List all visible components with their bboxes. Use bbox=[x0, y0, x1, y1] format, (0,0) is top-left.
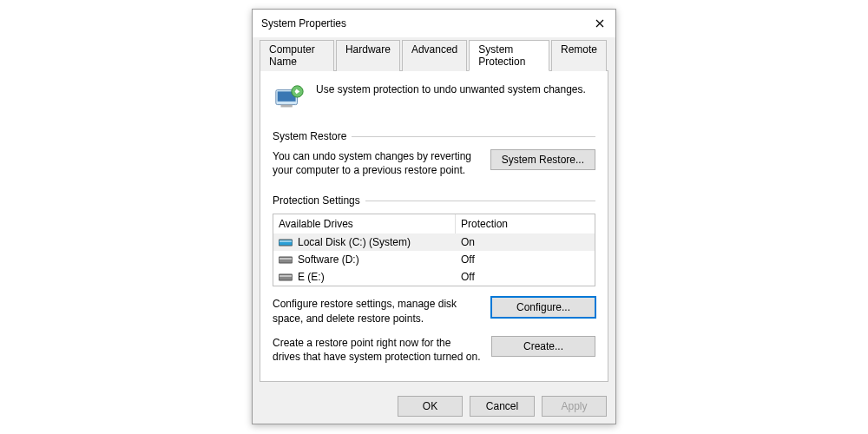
tab-system-protection[interactable]: System Protection bbox=[469, 40, 549, 71]
drive-label: Software (D:) bbox=[298, 253, 359, 266]
system-properties-dialog: System Properties Computer Name Hardware… bbox=[252, 9, 616, 424]
tab-advanced[interactable]: Advanced bbox=[402, 40, 467, 71]
tab-remote[interactable]: Remote bbox=[551, 40, 607, 71]
svg-rect-7 bbox=[279, 258, 292, 260]
create-row: Create a restore point right now for the… bbox=[273, 336, 595, 364]
configure-desc: Configure restore settings, manage disk … bbox=[273, 297, 481, 325]
intro-row: Use system protection to undo unwanted s… bbox=[273, 82, 595, 115]
apply-button[interactable]: Apply bbox=[542, 396, 607, 417]
system-protection-icon bbox=[273, 82, 306, 115]
ok-button[interactable]: OK bbox=[398, 396, 463, 417]
system-restore-label: System Restore bbox=[273, 130, 346, 142]
tab-computer-name[interactable]: Computer Name bbox=[260, 40, 334, 71]
close-icon bbox=[595, 19, 604, 28]
protection-settings-label: Protection Settings bbox=[273, 194, 360, 207]
tab-hardware[interactable]: Hardware bbox=[336, 40, 400, 71]
tab-strip: Computer Name Hardware Advanced System P… bbox=[260, 39, 608, 71]
drives-header: Available Drives Protection bbox=[273, 214, 595, 233]
drive-protection: Off bbox=[461, 253, 475, 266]
system-restore-row: You can undo system changes by reverting… bbox=[273, 149, 595, 177]
svg-rect-5 bbox=[279, 240, 292, 242]
create-button[interactable]: Create... bbox=[491, 336, 595, 357]
dialog-footer: OK Cancel Apply bbox=[253, 389, 615, 424]
system-restore-button[interactable]: System Restore... bbox=[490, 149, 595, 170]
cancel-button[interactable]: Cancel bbox=[470, 396, 535, 417]
drive-label: Local Disk (C:) (System) bbox=[298, 236, 411, 248]
disk-icon bbox=[279, 237, 293, 247]
system-restore-desc: You can undo system changes by reverting… bbox=[273, 149, 480, 177]
svg-rect-9 bbox=[279, 275, 292, 277]
drive-protection: Off bbox=[461, 271, 475, 283]
titlebar: System Properties bbox=[253, 10, 615, 37]
configure-button[interactable]: Configure... bbox=[491, 297, 595, 318]
drives-body: Local Disk (C:) (System)OnSoftware (D:)O… bbox=[273, 233, 595, 286]
svg-rect-2 bbox=[281, 105, 293, 108]
disk-icon bbox=[279, 272, 293, 282]
divider bbox=[352, 136, 595, 137]
tabs-container: Computer Name Hardware Advanced System P… bbox=[253, 37, 615, 389]
protection-settings-heading: Protection Settings bbox=[273, 194, 595, 207]
configure-row: Configure restore settings, manage disk … bbox=[273, 297, 595, 325]
col-protection[interactable]: Protection bbox=[456, 214, 595, 233]
col-available-drives[interactable]: Available Drives bbox=[273, 214, 456, 233]
drives-table: Available Drives Protection Local Disk (… bbox=[273, 214, 595, 286]
disk-icon bbox=[279, 254, 293, 265]
intro-text: Use system protection to undo unwanted s… bbox=[316, 82, 586, 95]
table-row[interactable]: Software (D:)Off bbox=[273, 251, 595, 268]
drive-protection: On bbox=[461, 236, 475, 248]
drive-label: E (E:) bbox=[298, 271, 325, 283]
divider bbox=[365, 201, 595, 201]
table-row[interactable]: Local Disk (C:) (System)On bbox=[273, 233, 595, 251]
dialog-title: System Properties bbox=[261, 17, 346, 30]
close-button[interactable] bbox=[591, 15, 608, 32]
create-desc: Create a restore point right now for the… bbox=[273, 336, 481, 364]
tab-panel: Use system protection to undo unwanted s… bbox=[260, 71, 608, 382]
system-restore-heading: System Restore bbox=[273, 130, 595, 142]
table-row[interactable]: E (E:)Off bbox=[273, 268, 595, 286]
